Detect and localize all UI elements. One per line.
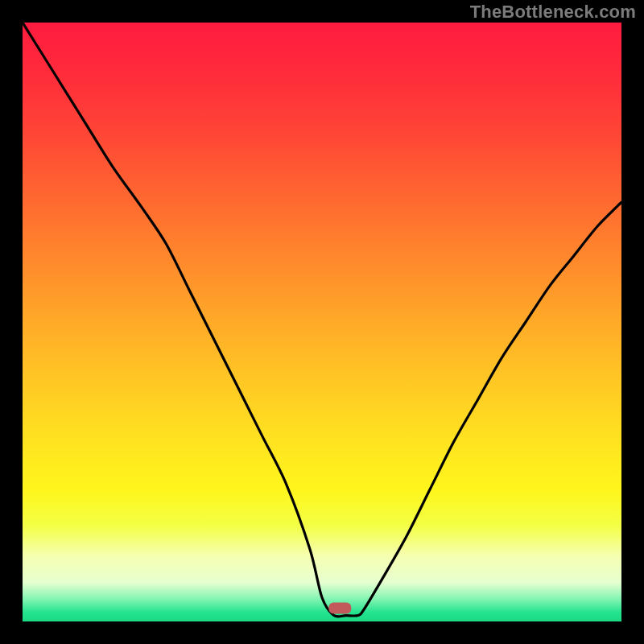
gradient-background: [23, 23, 621, 621]
bottleneck-marker: [328, 603, 351, 614]
chart-stage: TheBottleneck.com: [0, 0, 644, 644]
watermark-text: TheBottleneck.com: [470, 3, 636, 21]
plot-area: [23, 23, 621, 621]
chart-svg: [23, 23, 621, 621]
